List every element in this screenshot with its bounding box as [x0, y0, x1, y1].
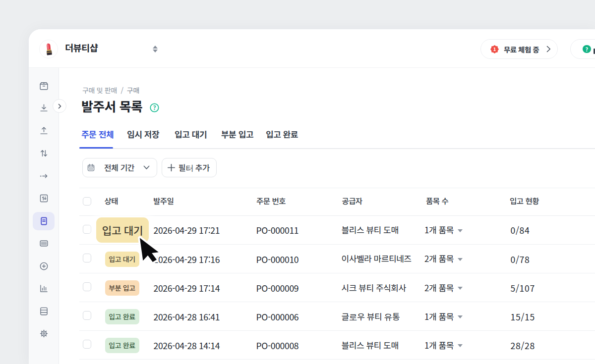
svg-text:?: ? [153, 103, 156, 111]
svg-text:1: 1 [493, 45, 496, 52]
